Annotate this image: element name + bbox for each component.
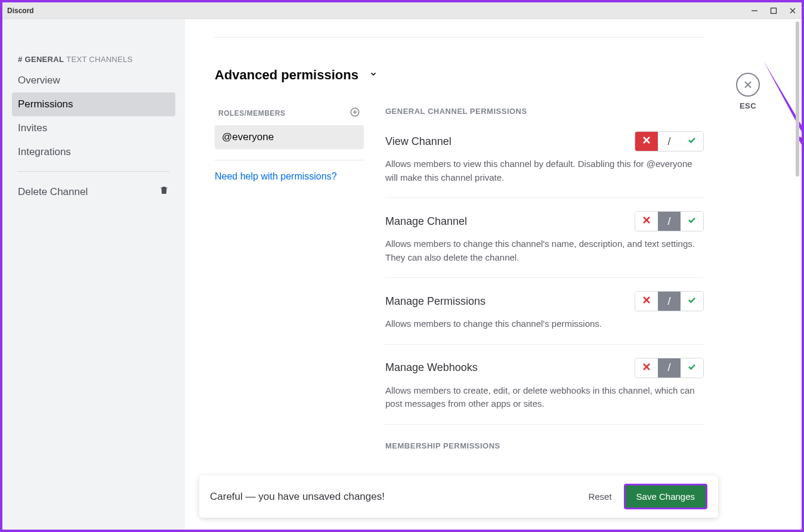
content-area: Advanced permissions ROLES/MEMBERS @ever…	[185, 19, 802, 530]
perm-desc: Allows members to change this channel's …	[385, 237, 704, 264]
check-icon	[687, 135, 697, 147]
perm-row-manage-channel: Manage Channel / Allows members to chang…	[385, 211, 704, 278]
perm-toggle: /	[635, 291, 704, 311]
perm-row-manage-permissions: Manage Permissions / Allows members to c…	[385, 291, 704, 345]
help-link[interactable]: Need help with permissions?	[215, 171, 364, 182]
sidebar-item-invites[interactable]: Invites	[12, 116, 175, 140]
perm-allow-button[interactable]	[681, 212, 703, 231]
roles-header: ROLES/MEMBERS	[215, 107, 364, 125]
perm-allow-button[interactable]	[681, 132, 703, 151]
perm-deny-button[interactable]	[635, 132, 658, 151]
unsaved-changes-bar: Careful — you have unsaved changes! Rese…	[199, 475, 718, 518]
perm-name: Manage Webhooks	[385, 361, 478, 374]
permissions-column: GENERAL CHANNEL PERMISSIONS View Channel…	[385, 107, 704, 503]
minimize-button[interactable]	[750, 7, 759, 15]
perm-neutral-button[interactable]: /	[658, 212, 681, 231]
add-role-button[interactable]	[350, 107, 360, 119]
general-permissions-header: GENERAL CHANNEL PERMISSIONS	[385, 107, 704, 116]
roles-header-label: ROLES/MEMBERS	[218, 109, 286, 117]
slash-icon: /	[667, 215, 670, 228]
content-top-divider	[215, 37, 704, 38]
perm-toggle: /	[635, 131, 704, 151]
reset-button[interactable]: Reset	[588, 491, 611, 502]
roles-divider	[215, 160, 364, 160]
perm-name: Manage Permissions	[385, 295, 486, 308]
perm-deny-button[interactable]	[635, 212, 658, 231]
slash-icon: /	[667, 361, 670, 374]
sidebar-divider	[18, 171, 169, 172]
perm-neutral-button[interactable]: /	[658, 292, 681, 311]
perm-row-manage-webhooks: Manage Webhooks / Allows members to crea…	[385, 358, 704, 425]
sidebar: # GENERAL TEXT CHANNELS Overview Permiss…	[2, 19, 185, 530]
sidebar-item-integrations[interactable]: Integrations	[12, 140, 175, 164]
section-title: Advanced permissions	[215, 67, 358, 83]
perm-neutral-button[interactable]: /	[658, 358, 681, 378]
x-icon	[642, 136, 651, 147]
perm-toggle: /	[635, 358, 704, 378]
maximize-button[interactable]	[769, 7, 778, 15]
role-item-everyone[interactable]: @everyone	[215, 125, 364, 149]
chevron-down-icon	[369, 70, 378, 81]
trash-icon	[159, 185, 169, 199]
delete-channel-button[interactable]: Delete Channel	[12, 179, 175, 205]
check-icon	[687, 215, 697, 227]
perm-name: View Channel	[385, 135, 452, 148]
roles-column: ROLES/MEMBERS @everyone Need help with p…	[215, 107, 364, 503]
perm-desc: Allows members to change this channel's …	[385, 317, 704, 331]
esc-button[interactable]: ESC	[736, 73, 760, 110]
perm-deny-button[interactable]	[635, 358, 658, 378]
perm-toggle: /	[635, 211, 704, 231]
unsaved-message: Careful — you have unsaved changes!	[210, 491, 385, 503]
sidebar-header: # GENERAL TEXT CHANNELS	[12, 55, 175, 69]
perm-desc: Allows members to view this channel by d…	[385, 157, 704, 184]
section-title-row[interactable]: Advanced permissions	[215, 67, 704, 83]
channel-category: TEXT CHANNELS	[66, 55, 132, 64]
save-changes-button[interactable]: Save Changes	[624, 484, 707, 509]
x-icon	[642, 363, 651, 373]
x-icon	[642, 296, 651, 307]
esc-label: ESC	[740, 101, 756, 110]
perm-name: Manage Channel	[385, 215, 467, 228]
titlebar: Discord	[2, 2, 802, 19]
check-icon	[687, 362, 697, 374]
channel-name: GENERAL	[25, 55, 64, 64]
window-controls	[750, 7, 797, 15]
sidebar-item-overview[interactable]: Overview	[12, 69, 175, 92]
svg-rect-1	[771, 8, 777, 13]
perm-desc: Allows members to create, edit, or delet…	[385, 384, 704, 411]
perm-row-view-channel: View Channel / Allows members to view th…	[385, 131, 704, 198]
check-icon	[687, 295, 697, 307]
perm-deny-button[interactable]	[635, 292, 658, 311]
perm-neutral-button[interactable]: /	[658, 132, 681, 151]
delete-channel-label: Delete Channel	[18, 186, 88, 198]
hash-icon: #	[18, 55, 23, 64]
close-icon	[736, 73, 760, 97]
scrollbar[interactable]	[796, 21, 799, 177]
slash-icon: /	[667, 135, 670, 148]
slash-icon: /	[667, 295, 670, 308]
perm-allow-button[interactable]	[681, 292, 703, 311]
close-button[interactable]	[788, 7, 797, 15]
x-icon	[642, 216, 651, 227]
perm-allow-button[interactable]	[681, 358, 703, 378]
app-name: Discord	[7, 7, 34, 15]
membership-permissions-header: MEMBERSHIP PERMISSIONS	[385, 441, 704, 450]
sidebar-item-permissions[interactable]: Permissions	[12, 92, 175, 116]
